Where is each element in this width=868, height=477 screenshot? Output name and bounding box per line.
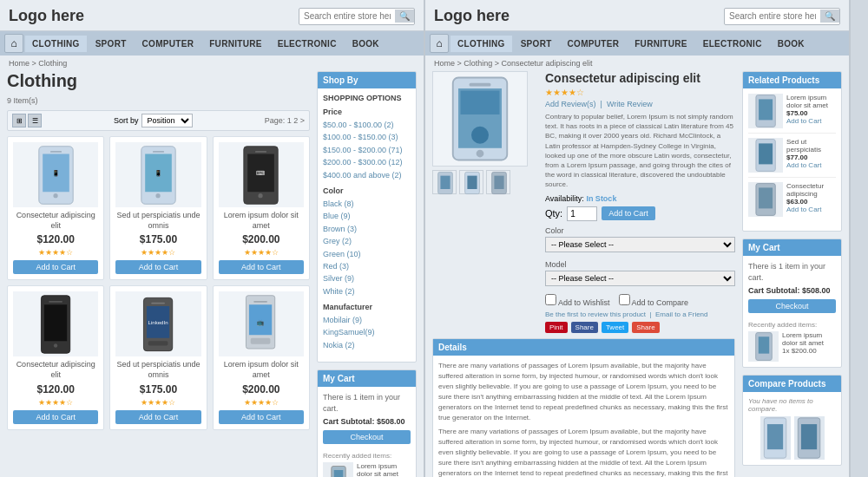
right-facebook-btn[interactable]: Share [571, 322, 598, 333]
left-color-link-2[interactable]: Brown (3) [323, 223, 411, 235]
right-search-button[interactable]: 🔍 [820, 10, 839, 23]
left-color-link-1[interactable]: Blue (9) [323, 210, 411, 222]
right-compare-check[interactable]: Add to Compare [619, 294, 689, 307]
left-nav-computer[interactable]: COMPUTER [135, 36, 201, 52]
left-item-count: 9 Item(s) [7, 96, 310, 105]
left-price-link-4[interactable]: $400.00 and above (2) [323, 169, 411, 181]
left-checkout-btn[interactable]: Checkout [323, 430, 411, 444]
left-color-link-5[interactable]: Red (3) [323, 260, 411, 272]
right-nav-computer[interactable]: COMPUTER [561, 36, 627, 52]
right-review-product-link: Be the first to review this product | Em… [545, 310, 735, 318]
right-content: Consectetur adipiscing elit ★★★★☆ Add Re… [425, 71, 849, 477]
right-nav-book[interactable]: BOOK [771, 36, 812, 52]
right-thumb-1[interactable] [432, 170, 457, 194]
left-color-link-7[interactable]: White (2) [323, 285, 411, 297]
right-gplus-btn[interactable]: Share [632, 322, 659, 333]
right-social-bar: Pinit Share Tweet Share [545, 322, 735, 333]
right-qty-input[interactable] [567, 206, 597, 221]
left-nav-furniture[interactable]: FURNITURE [202, 36, 268, 52]
right-related-3-price: $63.00 [786, 198, 836, 206]
right-email-friend-link[interactable]: Email to a Friend [655, 310, 707, 318]
left-product-2-add-btn[interactable]: Add to Cart [115, 260, 201, 274]
right-checkout-btn[interactable]: Checkout [748, 299, 836, 313]
right-search-input[interactable] [725, 10, 820, 23]
right-home-icon[interactable]: ⌂ [430, 34, 449, 53]
left-product-2-image: 📱 [115, 142, 201, 207]
left-product-4-image [13, 291, 98, 356]
right-nav-sport[interactable]: SPORT [514, 36, 559, 52]
right-write-review-link[interactable]: Write Review [607, 100, 653, 108]
right-product-title: Consectetur adipiscing elit [545, 71, 735, 85]
right-availability-status: In Stock [586, 194, 616, 203]
left-product-3-add-btn[interactable]: Add to Cart [219, 260, 304, 274]
left-product-4-add-btn[interactable]: Add to Cart [13, 410, 98, 424]
left-nav-electronic[interactable]: ELECTRONIC [271, 36, 344, 52]
right-first-review-link[interactable]: Be the first to review this product [545, 310, 646, 318]
right-related-2-add[interactable]: Add to Cart [786, 161, 821, 169]
left-cart-widget: My Cart There is 1 item in your cart. Ca… [317, 369, 417, 477]
right-compare-checkbox[interactable] [619, 294, 630, 305]
left-nav-book[interactable]: BOOK [345, 36, 386, 52]
right-related-3-img [748, 182, 783, 217]
left-price-link-2[interactable]: $150.00 - $200.00 (71) [323, 144, 411, 156]
left-list-view-icon[interactable]: ☰ [28, 114, 42, 127]
left-search-button[interactable]: 🔍 [395, 10, 414, 23]
left-color-link-4[interactable]: Green (10) [323, 248, 411, 260]
left-price-link-1[interactable]: $100.00 - $150.00 (3) [323, 131, 411, 143]
right-pinterest-btn[interactable]: Pinit [545, 322, 568, 333]
right-search-bar[interactable]: 🔍 [724, 8, 840, 25]
left-product-2-name: Sed ut perspiciatis unde omnis [115, 211, 201, 231]
left-product-1-price: $120.00 [13, 233, 98, 245]
left-color-link-6[interactable]: Silver (9) [323, 272, 411, 284]
right-related-1-add[interactable]: Add to Cart [786, 117, 821, 125]
left-mfr-link-2[interactable]: Nokia (2) [323, 339, 411, 351]
right-add-to-cart-btn[interactable]: Add to Cart [602, 206, 655, 220]
right-twitter-btn[interactable]: Tweet [602, 322, 628, 333]
right-details-body: There are many variations of passages of… [433, 356, 734, 478]
svg-rect-52 [759, 99, 773, 120]
left-price-link-3[interactable]: $200.00 - $300.00 (12) [323, 156, 411, 168]
right-model-select[interactable]: -- Please Select -- [545, 271, 735, 286]
left-product-5-stars: ★★★★☆ [115, 398, 201, 407]
left-color-link-0[interactable]: Black (8) [323, 198, 411, 210]
left-color-filter: Color Black (8) Blue (9) Brown (3) Grey … [323, 186, 411, 297]
right-related-1-price: $75.00 [786, 109, 836, 117]
right-nav: ⌂ CLOTHING SPORT COMPUTER FURNITURE ELEC… [425, 31, 849, 56]
left-nav-sport[interactable]: SPORT [89, 36, 134, 52]
left-home-icon[interactable]: ⌂ [4, 34, 23, 53]
left-product-5-add-btn[interactable]: Add to Cart [115, 410, 201, 424]
left-cart-subtotal: Cart Subtotal: $508.00 [323, 417, 411, 426]
left-shopby-title: Shop By [318, 72, 416, 88]
left-sort-select[interactable]: Position [141, 114, 193, 127]
right-recent-item-img [748, 331, 779, 362]
left-grid-view-icon[interactable]: ⊞ [12, 114, 26, 127]
left-search-bar[interactable]: 🔍 [299, 8, 415, 25]
right-nav-furniture[interactable]: FURNITURE [628, 36, 694, 52]
svg-point-34 [477, 150, 484, 158]
left-mfr-link-0[interactable]: Mobilair (9) [323, 314, 411, 326]
svg-rect-40 [467, 176, 477, 189]
right-thumb-2[interactable] [459, 170, 483, 194]
right-nav-electronic[interactable]: ELECTRONIC [696, 36, 769, 52]
left-price-link-0[interactable]: $50.00 - $100.00 (2) [323, 119, 411, 131]
right-color-area: Color -- Please Select -- [545, 226, 735, 257]
right-wishlist-checkbox[interactable] [545, 294, 556, 305]
right-color-select[interactable]: -- Please Select -- [545, 237, 735, 252]
svg-text:LinkedIn: LinkedIn [148, 319, 168, 325]
right-details-text2: There are many variations of passages of… [438, 427, 729, 478]
left-search-input[interactable] [299, 10, 395, 23]
left-color-link-3[interactable]: Grey (2) [323, 235, 411, 247]
svg-point-18 [54, 343, 57, 347]
left-price-filter: Price $50.00 - $100.00 (2) $100.00 - $15… [323, 108, 411, 181]
left-mfr-link-1[interactable]: KingSamuel(9) [323, 326, 411, 338]
right-add-review-link[interactable]: Add Review(s) [545, 100, 596, 108]
right-nav-clothing[interactable]: CLOTHING [450, 36, 512, 52]
left-product-1-add-btn[interactable]: Add to Cart [13, 260, 98, 274]
right-thumb-3[interactable] [486, 170, 510, 194]
right-related-2-img [748, 138, 783, 173]
right-related-3-add[interactable]: Add to Cart [786, 206, 821, 213]
left-product-6-add-btn[interactable]: Add to Cart [219, 410, 304, 424]
right-wishlist-check[interactable]: Add to Wishlist [545, 294, 610, 307]
right-recently-label: Recently added items: [748, 321, 836, 329]
left-nav-clothing[interactable]: CLOTHING [25, 36, 87, 52]
